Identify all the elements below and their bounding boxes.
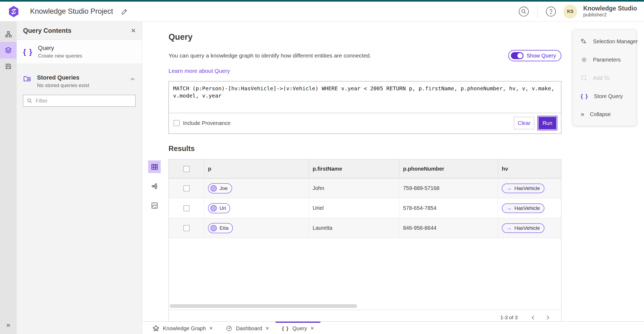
collapse-chevrons-icon: » [581,111,584,117]
add-to-button: Add To [581,75,628,81]
relationship-pill[interactable]: → HasVehicle [502,184,544,193]
entity-node-icon [210,185,217,192]
cell-phonenumber: 759-889-57168 [399,178,498,198]
table-empty-space [169,238,561,304]
main-area: Query You can query a knowledge graph to… [142,21,644,334]
header-divider [537,5,537,18]
table-row: Joe John 759-889-57168 → HasVehicle [169,178,561,198]
clear-button[interactable]: Clear [514,117,534,129]
show-query-toggle[interactable]: Show Query [508,50,561,61]
arrow-right-icon: → [506,225,512,231]
chevron-up-icon[interactable] [130,76,136,83]
table-row: Etta Lauretta 846-956-8644 → HasVehicle [169,218,561,238]
column-header-phonenumber: p.phoneNumber [399,160,498,178]
close-tab-icon[interactable]: × [310,325,314,332]
sidebar-item-save[interactable] [0,59,17,74]
save-icon [5,63,12,70]
results-table: p p.firstName p.phoneNumber hv Joe [169,159,561,325]
avatar[interactable]: KS [563,5,577,19]
help-icon[interactable] [544,5,557,18]
table-icon [151,163,158,171]
graph-view-button[interactable] [148,180,161,192]
stored-queries-section: Stored Queries No stored queries exist [17,68,142,91]
tool-label: Store Query [594,93,623,99]
tool-label: Add To [593,75,610,81]
column-header-firstname: p.firstName [309,160,399,178]
entity-pill[interactable]: Etta [208,223,233,233]
user-info: Knowledge Studio publisher2 [583,5,637,18]
relationship-pill[interactable]: → HasVehicle [502,223,544,233]
app-logo-icon[interactable] [8,5,19,18]
collapse-panel-button[interactable]: » Collapse [581,111,628,117]
cell-phonenumber: 578-654-7854 [399,198,498,218]
tab-query[interactable]: { } Query × [276,322,320,334]
add-to-icon [581,75,587,81]
results-view-switcher [148,160,161,212]
tab-dashboard[interactable]: Dashboard × [219,322,276,334]
include-provenance-label: Include Provenance [183,120,230,126]
entity-node-icon [210,225,217,231]
table-header-row: p p.firstName p.phoneNumber hv [169,160,561,178]
graph-icon [151,182,158,190]
expand-rail-icon[interactable]: » [0,319,17,330]
select-all-checkbox[interactable] [184,166,189,172]
row-checkbox[interactable] [184,205,189,211]
map-icon [151,202,158,209]
tool-label: Collapse [590,111,611,117]
tab-label: Dashboard [236,325,262,332]
column-header-p: p [204,160,309,178]
relationship-label: HasVehicle [514,225,540,231]
cell-firstname: Lauretta [309,218,399,238]
curly-braces-icon: { } [23,48,33,56]
scrollbar-thumb[interactable] [170,304,357,308]
close-tab-icon[interactable]: × [209,325,213,332]
entity-pill[interactable]: Uri [208,203,230,213]
sidebar-item-layers[interactable] [0,42,17,59]
layers-icon [5,46,12,54]
stored-queries-folder-icon [23,74,32,83]
entity-pill[interactable]: Joe [208,183,232,193]
selection-manager-icon [581,38,587,45]
row-checkbox[interactable] [184,185,189,191]
show-query-label: Show Query [526,53,556,59]
stored-queries-subtitle: No stored queries exist [37,82,124,88]
sidebar-item-data-model[interactable] [0,26,17,42]
sitemap-icon [5,31,12,38]
edit-title-icon[interactable] [121,8,128,15]
gear-icon [581,56,587,63]
dashboard-icon [226,325,232,332]
query-description: You can query a knowledge graph to ident… [169,52,508,59]
left-icon-rail: » [0,21,17,334]
table-view-button[interactable] [148,160,161,173]
run-button[interactable]: Run [539,117,556,129]
filter-input[interactable] [36,98,132,104]
entity-label: Uri [219,205,226,211]
query-text-input[interactable]: MATCH (p:Person)-[hv:HasVehicle]->(v:Veh… [169,81,561,113]
curly-braces-icon: { } [282,325,289,331]
row-checkbox[interactable] [184,225,189,231]
query-contents-panel: Query Contents × { } Query Create new qu… [17,21,142,334]
selection-manager-button[interactable]: Selection Manager [581,38,628,45]
map-view-button[interactable] [148,199,161,212]
query-list-item[interactable]: { } Query Create new queries [17,40,142,64]
close-tab-icon[interactable]: × [266,325,269,332]
store-query-button[interactable]: { } Store Query [581,93,628,99]
query-tools-panel: Selection Manager Parameters Add To [573,30,636,125]
tab-knowledge-graph[interactable]: Knowledge Graph × [146,322,219,334]
knowledge-graph-icon [152,325,159,332]
cell-firstname: John [309,178,399,198]
cell-firstname: Uriel [309,198,399,218]
parameters-button[interactable]: Parameters [581,56,628,63]
curly-braces-icon: { } [581,93,588,99]
entity-label: Etta [219,225,229,231]
relationship-pill[interactable]: → HasVehicle [502,203,544,213]
search-icon[interactable] [517,5,530,18]
page-title: Query [169,32,644,42]
tab-label: Query [292,325,307,332]
close-panel-icon[interactable]: × [131,27,136,34]
relationship-label: HasVehicle [514,205,540,211]
include-provenance-checkbox[interactable] [174,120,180,126]
pagination-range: 1-3 of 3 [500,315,518,321]
learn-more-link[interactable]: Learn more about Query [169,68,230,74]
panel-title: Query Contents [23,27,131,34]
